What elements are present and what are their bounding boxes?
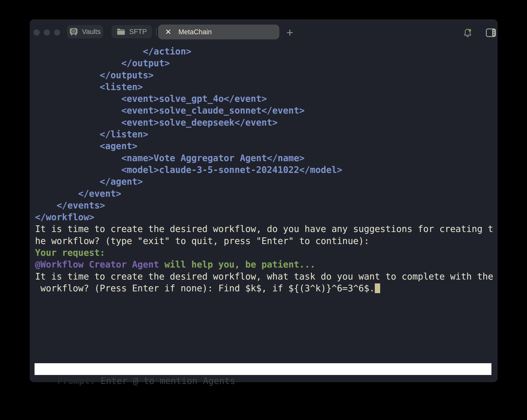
terminal-text-segment: he workflow? (type "exit" to quit, press… [35,236,369,246]
terminal-text-segment: <listen> [35,82,143,92]
terminal-line: <event>solve_gpt_4o</event> [35,93,493,105]
terminal-output[interactable]: </action> </output> </outputs> <listen> … [35,46,493,294]
zoom-window-button[interactable] [54,29,60,36]
terminal-line: It is time to create the desired workflo… [35,223,493,235]
prompt-hint: Enter @ to mention Agents [95,376,235,386]
terminal-line: </agent> [35,176,493,187]
terminal-text-segment: @Workflow Creator Agent [35,259,159,270]
minimize-window-button[interactable] [44,29,50,36]
terminal-text-segment: </event> [35,189,121,199]
traffic-lights [34,29,60,36]
vault-icon [69,28,78,36]
terminal-line: <name>Vote Aggregator Agent</name> [35,152,493,164]
close-window-button[interactable] [34,29,40,36]
terminal-line: </outputs> [35,69,493,81]
terminal-line: <event>solve_claude_sonnet</event> [35,105,493,116]
tab-label: SFTP [129,28,147,36]
terminal-text-segment: </events> [35,200,105,211]
tab-sftp[interactable]: SFTP [112,25,152,38]
terminal-text-segment: <model>claude-3-5-sonnet-20241022</model… [35,165,342,175]
terminal-text-segment: </agent> [35,176,143,187]
terminal-line: <event>solve_deepseek</event> [35,117,493,128]
new-tab-button[interactable]: + [284,26,295,39]
terminal-line: </event> [35,188,493,200]
terminal-text-segment: Your request: [35,248,105,258]
terminal-text-segment: <event>solve_gpt_4o</event> [35,94,267,104]
tab-vaults[interactable]: Vaults [67,25,103,38]
terminal-line: <agent> [35,140,493,152]
close-icon[interactable]: ✕ [165,28,171,36]
terminal-line: </listen> [35,128,493,140]
terminal-line: </action> [35,46,493,57]
titlebar-right-icons [463,28,496,39]
terminal-text-segment: </listen> [35,129,148,139]
terminal-line: </output> [35,57,493,69]
titlebar: VaultsSFTP✕MetaChain + [30,20,498,40]
prompt-bar[interactable]: Prompt: Enter @ to mention Agents [35,363,491,375]
terminal-text-segment: will help you, be patient... [159,259,315,270]
terminal-text-segment: </action> [35,46,191,57]
tab-metachain[interactable]: ✕MetaChain [158,25,279,39]
terminal-line: <listen> [35,81,493,93]
tab-label: MetaChain [178,28,212,36]
terminal-text-segment: It is time to create the desired workflo… [35,271,493,282]
terminal-text-segment: It is time to create the desired workflo… [35,224,493,234]
terminal-line: </events> [35,200,493,211]
folder-icon [117,28,125,35]
terminal-line: he workflow? (type "exit" to quit, press… [35,235,493,247]
terminal-line: workflow? (Press Enter if none): Find $k… [35,282,493,294]
terminal-line: @Workflow Creator Agent will help you, b… [35,259,493,270]
tab-label: Vaults [82,28,101,36]
terminal-line: It is time to create the desired workflo… [35,271,493,282]
bell-icon[interactable] [463,28,473,39]
terminal-text-segment: </workflow> [35,212,94,222]
prompt-label: Prompt: [57,376,95,386]
terminal-text-segment: <event>solve_claude_sonnet</event> [35,105,305,116]
terminal-text-segment: <event>solve_deepseek</event> [35,117,278,128]
terminal-text-segment: <name>Vote Aggregator Agent</name> [35,153,305,163]
text-cursor [375,283,380,293]
terminal-line: <model>claude-3-5-sonnet-20241022</model… [35,164,493,176]
terminal-text-segment: </output> [35,58,170,68]
sidebar-panel-icon[interactable] [486,28,496,38]
terminal-text-segment: </outputs> [35,70,154,80]
tab-separator [156,27,157,37]
terminal-line: </workflow> [35,211,493,223]
terminal-window: VaultsSFTP✕MetaChain + [30,20,498,382]
terminal-line: Your request: [35,247,493,259]
terminal-text-segment: workflow? (Press Enter if none): Find $k… [35,283,375,293]
terminal-text-segment: <agent> [35,141,137,151]
